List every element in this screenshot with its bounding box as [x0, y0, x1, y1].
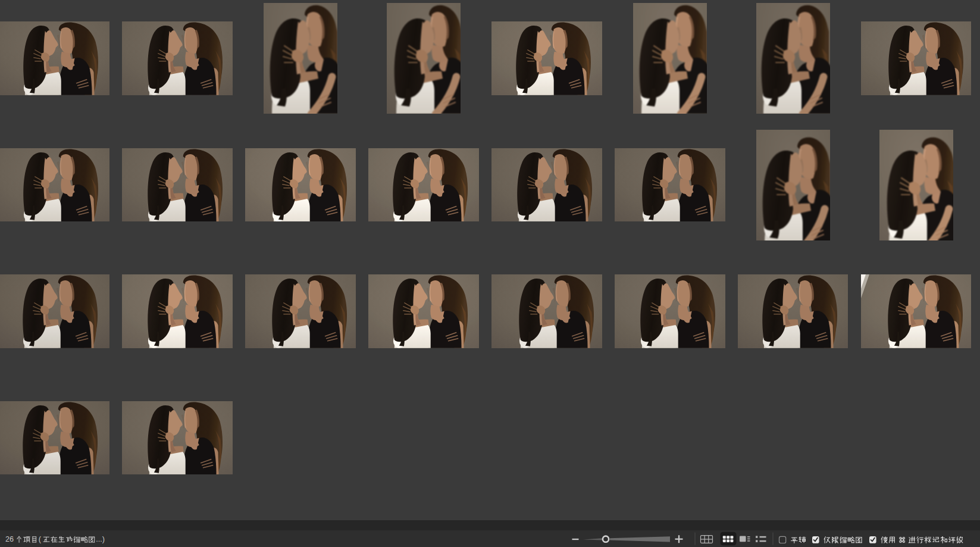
svg-text:26: 26	[5, 535, 14, 543]
svg-text:...): ...)	[96, 535, 105, 543]
svg-text:(: (	[39, 535, 42, 543]
